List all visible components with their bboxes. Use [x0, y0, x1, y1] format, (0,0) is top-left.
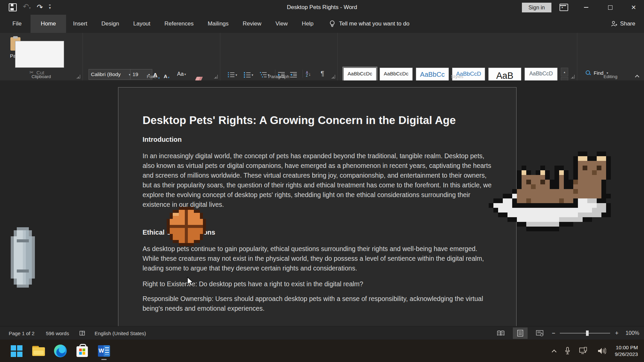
paragraph-dialog-launcher-icon[interactable]: [331, 75, 335, 78]
minimize-button[interactable]: [576, 0, 596, 15]
sign-in-button[interactable]: Sign in: [522, 3, 551, 12]
system-tray: 10:00 PM 9/26/2023: [552, 340, 644, 362]
zoom-slider[interactable]: [560, 333, 610, 334]
group-styles: AaBbCcDc ¶ Normal AaBbCcDc ¶ No Spac... …: [337, 33, 577, 80]
tab-layout[interactable]: Layout: [126, 15, 157, 33]
cast-display-icon[interactable]: [579, 347, 589, 355]
zoom-out-button[interactable]: −: [552, 330, 555, 337]
paragraph-introduction: In an increasingly digital world, the co…: [143, 151, 492, 209]
zoom-in-button[interactable]: +: [615, 330, 619, 337]
zoom-level[interactable]: 100%: [623, 330, 639, 336]
lightbulb-icon: [329, 20, 335, 27]
microphone-icon[interactable]: [565, 347, 571, 355]
edge-icon: [54, 345, 67, 357]
file-explorer-button[interactable]: [32, 344, 45, 358]
svg-text:x: x: [83, 331, 85, 334]
cats-on-cloud-desktop-pet-sprite[interactable]: [484, 152, 615, 231]
paragraph-ethical: As desktop pets continue to gain popular…: [143, 244, 492, 273]
group-editing: Find▾ abac Replace Select▾ Editing: [577, 33, 644, 80]
proofing-icon[interactable]: x: [79, 330, 87, 336]
tab-mailings[interactable]: Mailings: [201, 15, 235, 33]
volume-icon[interactable]: [597, 347, 606, 355]
read-mode-button[interactable]: [493, 327, 508, 339]
close-button[interactable]: ×: [623, 0, 644, 15]
group-label-editing: Editing: [577, 74, 644, 79]
font-dialog-launcher-icon[interactable]: [214, 75, 218, 78]
mouse-cursor: [187, 277, 195, 288]
desktop-screen: Desktop Pets Rights - Word ↶▾ ↷ ▾ Sign i…: [0, 0, 644, 362]
group-clipboard: Paste ✂Cut Copy Format Painter Clipboard: [0, 33, 83, 80]
status-bar: Page 1 of 2 596 words x English (United …: [0, 326, 644, 340]
share-person-icon: [610, 20, 617, 27]
language-indicator[interactable]: English (United States): [95, 330, 146, 336]
word-app-icon: W: [98, 345, 110, 357]
save-icon[interactable]: [9, 3, 17, 11]
heading-introduction: Introduction: [143, 135, 492, 143]
tell-me-box[interactable]: Tell me what you want to do: [329, 15, 410, 33]
collapse-ribbon-icon[interactable]: [635, 74, 639, 78]
word-count[interactable]: 596 words: [46, 330, 69, 336]
styles-dialog-launcher-icon[interactable]: [571, 75, 575, 78]
tab-design[interactable]: Design: [94, 15, 126, 33]
paragraph-responsible-ownership: Responsible Ownership: Users should appr…: [143, 294, 492, 313]
clock-time: 10:00 PM: [615, 344, 638, 351]
redo-icon[interactable]: ↷: [37, 4, 43, 11]
ribbon-home: Paste ✂Cut Copy Format Painter Clipboard…: [0, 33, 644, 81]
ribbon-display-options-icon[interactable]: [559, 4, 568, 11]
read-mode-icon: [497, 330, 505, 336]
paste-clipboard-icon: [10, 36, 22, 51]
tab-file[interactable]: File: [3, 15, 31, 33]
tab-review[interactable]: Review: [236, 15, 269, 33]
tab-home[interactable]: Home: [31, 15, 66, 33]
tab-insert[interactable]: Insert: [66, 15, 95, 33]
tab-references[interactable]: References: [157, 15, 201, 33]
edge-button[interactable]: [54, 344, 67, 358]
undo-icon[interactable]: ↶▾: [23, 3, 31, 12]
pill-desktop-pet-sprite[interactable]: [11, 227, 35, 288]
web-layout-icon: [536, 330, 543, 336]
windows-start-icon: [11, 345, 22, 357]
folder-icon: [32, 346, 45, 356]
share-label: Share: [620, 20, 635, 27]
word-taskbar-button[interactable]: W: [97, 344, 111, 358]
start-button[interactable]: [10, 344, 23, 358]
store-button[interactable]: [75, 344, 89, 358]
taskbar: W 10:00 PM 9/26/2023: [0, 340, 644, 362]
word-titlebar: Desktop Pets Rights - Word ↶▾ ↷ ▾ Sign i…: [0, 0, 644, 15]
tab-view[interactable]: View: [268, 15, 295, 33]
document-heading-title: Desktop Pets' Rights: A Growing Concern …: [143, 114, 492, 127]
zoom-slider-thumb[interactable]: [586, 330, 589, 336]
taskbar-clock[interactable]: 10:00 PM 9/26/2023: [615, 344, 638, 358]
tab-help[interactable]: Help: [295, 15, 321, 33]
group-label-paragraph: Paragraph: [220, 74, 337, 79]
customize-qat-icon[interactable]: ▾: [49, 5, 51, 10]
group-font: Calibri (Body▾ 19▾ A▴ A▾ Aa▾ B I U▾ abc …: [83, 33, 220, 80]
tray-chevron-icon[interactable]: [552, 349, 556, 353]
basketball-desktop-pet-sprite[interactable]: [167, 207, 206, 246]
paste-button[interactable]: Paste: [5, 35, 28, 77]
microsoft-store-icon: [76, 346, 88, 357]
print-layout-icon: [517, 330, 523, 337]
group-label-styles: Styles: [337, 74, 577, 79]
ribbon-tabs: File Home Insert Design Layout Reference…: [0, 15, 644, 33]
share-button[interactable]: Share: [610, 15, 635, 33]
group-label-clipboard: Clipboard: [0, 74, 83, 79]
page-indicator[interactable]: Page 1 of 2: [9, 330, 35, 336]
group-paragraph: ▾ ▾ ▾ A Z ↓ ¶: [220, 33, 338, 80]
web-layout-button[interactable]: [532, 327, 547, 339]
group-label-font: Font: [83, 74, 220, 79]
word-running-indicator: [101, 359, 107, 360]
tell-me-label: Tell me what you want to do: [339, 20, 410, 27]
print-layout-button[interactable]: [513, 327, 528, 339]
quick-access-toolbar: ↶▾ ↷ ▾: [9, 2, 51, 12]
clipboard-dialog-launcher-icon[interactable]: [76, 75, 80, 78]
clock-date: 9/26/2023: [615, 351, 638, 358]
restore-button[interactable]: [600, 0, 621, 15]
